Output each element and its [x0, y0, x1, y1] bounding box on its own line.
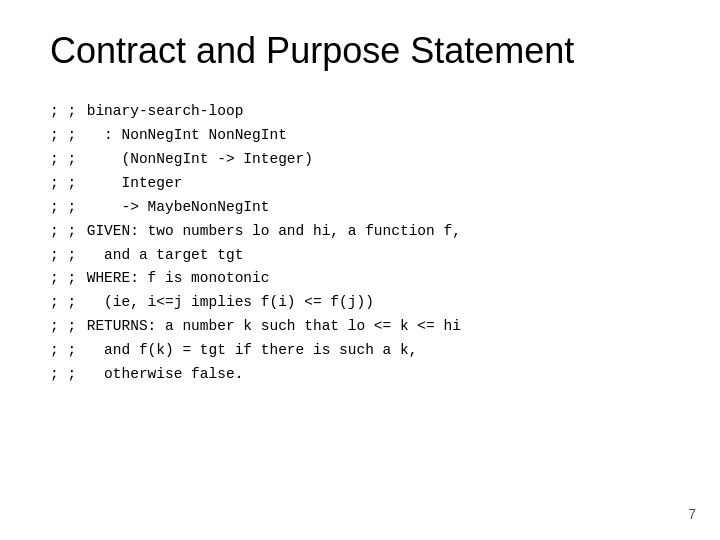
code-line: ; ; binary-search-loop [50, 100, 670, 124]
semicolons: ; ; [50, 244, 78, 268]
code-line: ; ; -> MaybeNonNegInt [50, 196, 670, 220]
semicolons: ; ; [50, 148, 78, 172]
semicolons: ; ; [50, 315, 78, 339]
semicolons: ; ; [50, 220, 78, 244]
code-text: (NonNegInt -> Integer) [78, 148, 313, 172]
code-line: ; ; WHERE: f is monotonic [50, 267, 670, 291]
code-line: ; ; Integer [50, 172, 670, 196]
code-text: and f(k) = tgt if there is such a k, [78, 339, 417, 363]
code-line: ; ; otherwise false. [50, 363, 670, 387]
code-text: GIVEN: two numbers lo and hi, a function… [78, 220, 461, 244]
code-line: ; ; GIVEN: two numbers lo and hi, a func… [50, 220, 670, 244]
code-text: RETURNS: a number k such that lo <= k <=… [78, 315, 461, 339]
page-number: 7 [688, 506, 696, 522]
code-text: otherwise false. [78, 363, 243, 387]
code-text: and a target tgt [78, 244, 243, 268]
code-line: ; ; : NonNegInt NonNegInt [50, 124, 670, 148]
semicolons: ; ; [50, 172, 78, 196]
code-text: (ie, i<=j implies f(i) <= f(j)) [78, 291, 374, 315]
code-text: -> MaybeNonNegInt [78, 196, 269, 220]
semicolons: ; ; [50, 291, 78, 315]
code-line: ; ; and f(k) = tgt if there is such a k, [50, 339, 670, 363]
code-text: : NonNegInt NonNegInt [78, 124, 287, 148]
semicolons: ; ; [50, 124, 78, 148]
code-line: ; ; (NonNegInt -> Integer) [50, 148, 670, 172]
code-text: binary-search-loop [78, 100, 243, 124]
semicolons: ; ; [50, 196, 78, 220]
code-line: ; ; (ie, i<=j implies f(i) <= f(j)) [50, 291, 670, 315]
semicolons: ; ; [50, 100, 78, 124]
slide-title: Contract and Purpose Statement [50, 30, 670, 72]
code-text: WHERE: f is monotonic [78, 267, 269, 291]
semicolons: ; ; [50, 339, 78, 363]
slide: Contract and Purpose Statement ; ; binar… [0, 0, 720, 540]
code-line: ; ; and a target tgt [50, 244, 670, 268]
code-block: ; ; binary-search-loop; ; : NonNegInt No… [50, 100, 670, 387]
semicolons: ; ; [50, 267, 78, 291]
code-line: ; ; RETURNS: a number k such that lo <= … [50, 315, 670, 339]
semicolons: ; ; [50, 363, 78, 387]
code-text: Integer [78, 172, 182, 196]
